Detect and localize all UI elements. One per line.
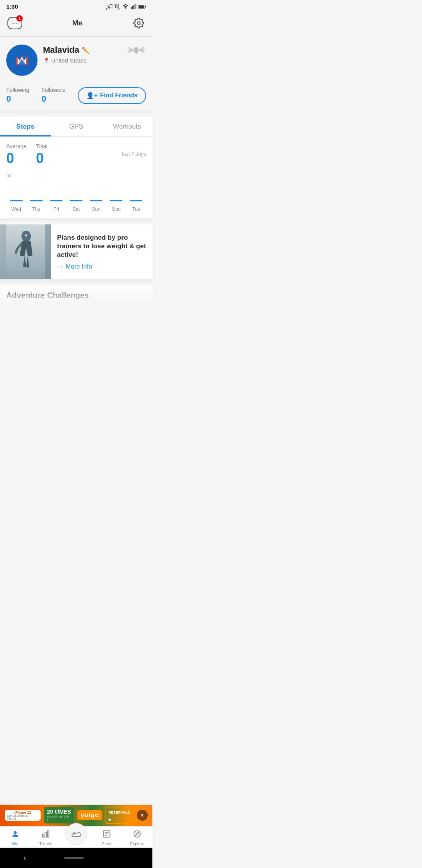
chart-label-tue: Tue: [126, 206, 146, 212]
chart-bar-thu: [30, 200, 43, 201]
chart-bar-fri: [50, 200, 63, 201]
chat-button[interactable]: ··· 1: [6, 14, 23, 32]
page-title: Me: [72, 19, 82, 27]
bell-off-icon: [114, 4, 120, 10]
chart-labels: Wed Thu Fri Sat Sun Mon Tue: [6, 206, 146, 212]
location-text: United States: [51, 57, 86, 64]
chart-label-mon: Mon: [106, 206, 126, 212]
total-value: 0: [36, 150, 48, 167]
profile-info: Malavida ✏️ 📍 United States: [43, 45, 146, 64]
chart-label-fri: Fri: [46, 206, 66, 212]
stats-row: Average 0 Total 0 last 7 days: [6, 143, 146, 167]
average-label: Average: [6, 143, 27, 149]
status-bar: 1:30: [0, 0, 152, 11]
total-label: Total: [36, 143, 48, 149]
location-pin-icon: 📍: [43, 57, 50, 64]
tabs-row: Steps GPS Workouts: [0, 117, 152, 137]
promo-title: Plans designed by pro trainers to lose w…: [57, 233, 146, 259]
following-value: 0: [6, 94, 41, 104]
following-label: Following: [6, 87, 41, 93]
period-label: last 7 days: [122, 151, 146, 157]
promo-text: Plans designed by pro trainers to lose w…: [51, 224, 152, 279]
social-stats-row: Following 0 Followers 0 👤+ Find Friends: [0, 82, 152, 110]
following-stat[interactable]: Following 0: [6, 87, 41, 104]
settings-button[interactable]: [131, 16, 146, 30]
find-friends-button[interactable]: 👤+ Find Friends: [78, 87, 146, 104]
chart-col-tue: [126, 200, 146, 201]
svg-rect-1: [110, 4, 112, 8]
svg-point-12: [138, 22, 140, 25]
chart-label-sat: Sat: [66, 206, 86, 212]
status-icons: [106, 4, 146, 10]
svg-point-0: [106, 9, 107, 9]
adventure-section: Adventure Challenges: [0, 285, 152, 305]
tab-steps[interactable]: Steps: [0, 117, 51, 136]
status-time: 1:30: [6, 3, 18, 10]
chart-col-wed: [6, 200, 26, 201]
promo-banner: Plans designed by pro trainers to lose w…: [0, 224, 152, 279]
more-info-label: More Info: [66, 263, 92, 270]
svg-point-18: [25, 234, 27, 237]
followers-stat[interactable]: Followers 0: [41, 87, 77, 104]
promo-image: [0, 224, 51, 279]
chart-col-sat: [66, 200, 86, 201]
average-value: 0: [6, 150, 27, 167]
nav-spacer: [0, 305, 152, 368]
chart-bar-sun: [90, 200, 102, 201]
top-bar: ··· 1 Me: [0, 11, 152, 36]
total-stat: Total 0: [36, 143, 48, 167]
battery-icon: [138, 4, 146, 10]
notification-badge: 1: [16, 15, 23, 22]
chart-label-thu: Thu: [26, 206, 46, 212]
chart-bar-wed: [10, 200, 23, 201]
tabs-container: Steps GPS Workouts Average 0 Total 0 las…: [0, 117, 152, 218]
chart-area: 5k Wed Thu: [0, 170, 152, 218]
chart-col-mon: [106, 200, 126, 201]
svg-rect-4: [131, 7, 132, 9]
section-separator-2: [0, 218, 152, 221]
chart-col-fri: [46, 200, 66, 201]
adventure-title: Adventure Challenges: [6, 291, 89, 299]
wifi-icon: [122, 4, 129, 10]
stats-area: Average 0 Total 0 last 7 days: [0, 137, 152, 170]
gear-icon: [133, 18, 144, 29]
svg-point-3: [125, 8, 126, 9]
chart-label-wed: Wed: [6, 206, 26, 212]
chart-bar-mon: [110, 200, 122, 201]
location-row: 📍 United States: [43, 57, 146, 64]
svg-rect-6: [133, 5, 134, 9]
profile-name: Malavida ✏️: [43, 45, 89, 55]
svg-rect-7: [135, 4, 136, 9]
chart-col-thu: [26, 200, 46, 201]
avatar: [6, 45, 38, 76]
wing-badge: [127, 45, 146, 56]
chart-bars: [6, 180, 146, 203]
chart-label-sun: Sun: [86, 206, 106, 212]
svg-line-2: [114, 4, 120, 9]
section-separator-1: [0, 110, 152, 113]
more-info-link[interactable]: → More Info: [57, 263, 146, 270]
chart-col-sun: [86, 200, 106, 201]
profile-section: Malavida ✏️ 📍 United States: [0, 37, 152, 82]
arrow-right-icon: →: [57, 263, 63, 270]
find-friends-label: Find Friends: [100, 92, 138, 99]
find-friends-icon: 👤+: [86, 92, 98, 99]
followers-label: Followers: [41, 87, 77, 93]
svg-rect-5: [132, 6, 133, 9]
edit-icon[interactable]: ✏️: [82, 47, 89, 54]
signal-icon: [131, 4, 137, 10]
followers-value: 0: [41, 94, 77, 104]
chart-bar-tue: [130, 200, 142, 201]
tab-workouts[interactable]: Workouts: [102, 117, 152, 136]
svg-rect-10: [145, 5, 146, 7]
svg-rect-11: [139, 5, 144, 7]
tab-gps[interactable]: GPS: [51, 117, 102, 136]
average-stat: Average 0: [6, 143, 27, 167]
svg-rect-8: [136, 4, 137, 9]
cast-icon: [106, 4, 113, 10]
chart-scale: 5k: [6, 173, 146, 178]
chart-bar-sat: [70, 200, 82, 201]
profile-name-row: Malavida ✏️: [43, 45, 146, 56]
